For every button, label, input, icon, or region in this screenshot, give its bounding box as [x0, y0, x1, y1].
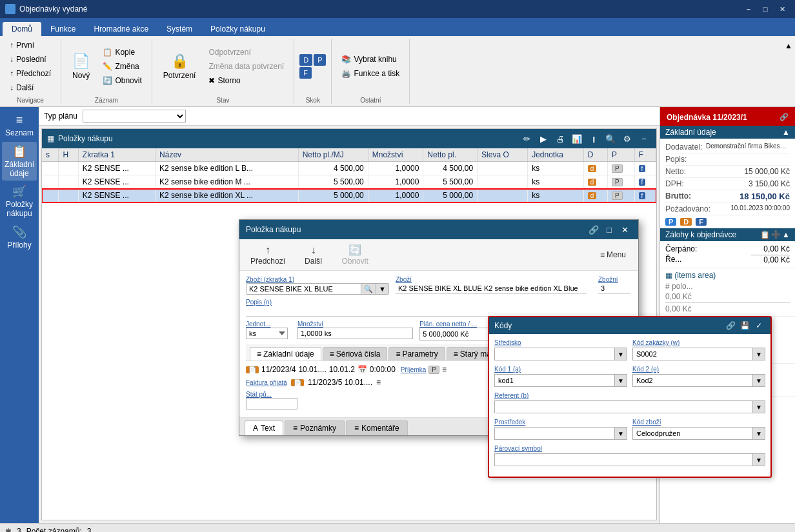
- stat-pu-input[interactable]: [246, 398, 297, 409]
- zbozni-input[interactable]: [598, 283, 630, 294]
- tab-parametry[interactable]: ≡ Parametry: [388, 347, 445, 360]
- kod2-input[interactable]: [633, 375, 752, 386]
- modal-tab-text[interactable]: A Text: [245, 420, 283, 435]
- filter-select[interactable]: [83, 110, 186, 123]
- modal-menu-btn[interactable]: ≡ Menu: [594, 247, 632, 262]
- parovaci-btn[interactable]: ▼: [752, 454, 765, 466]
- tab-system[interactable]: Systém: [157, 22, 201, 36]
- modal-next-btn[interactable]: ↓ Další: [300, 242, 327, 268]
- table-row-selected[interactable]: K2 SENSE ... K2 sense bike edition XL ..…: [42, 189, 656, 202]
- btn-skok-d[interactable]: D: [299, 54, 312, 66]
- btn-skok-f[interactable]: F: [299, 67, 312, 79]
- tab-polozky[interactable]: Položky nákupu: [201, 22, 274, 36]
- col-d: D: [583, 148, 607, 162]
- modal-toolbar: ↑ Předchozí ↓ Další 🔄 Obnovit ≡ Menu: [239, 239, 638, 271]
- zbozi-zkratka-label[interactable]: Zboží (zkratka 1): [246, 276, 389, 283]
- popis-input[interactable]: [246, 306, 632, 317]
- modal-tab-poznamky[interactable]: ≡ Poznámky: [285, 420, 345, 435]
- kod-zakazky-btn[interactable]: ▼: [752, 348, 765, 360]
- badge-p[interactable]: P: [665, 218, 676, 226]
- kod-zakazky-input[interactable]: [633, 348, 752, 360]
- close-button[interactable]: ✕: [774, 3, 790, 15]
- kod-zbozi-label[interactable]: Kód zboží: [632, 419, 765, 426]
- kod1-label[interactable]: Kód 1 (a): [494, 366, 627, 373]
- toolbar-run-btn[interactable]: ▶: [536, 132, 550, 146]
- btn-posledni[interactable]: ↓ Poslední: [5, 53, 55, 66]
- toolbar-cols-btn[interactable]: ⫿: [587, 132, 601, 146]
- kod-zbozi-btn[interactable]: ▼: [752, 428, 765, 439]
- zalohy-add-btn[interactable]: ➕: [771, 230, 781, 239]
- codes-expand-btn[interactable]: 🔗: [724, 320, 737, 331]
- toolbar-settings-btn[interactable]: ⚙: [620, 132, 634, 146]
- table-row[interactable]: K2 SENSE ... K2 sense bike edition M ...…: [42, 175, 656, 189]
- stredisko-btn[interactable]: ▼: [614, 348, 627, 360]
- sidebar-item-polozky[interactable]: 🛒 Položky nákupu: [2, 182, 37, 221]
- stredisko-input[interactable]: [495, 348, 614, 360]
- sidebar-item-zakladni[interactable]: 📋 Základní údaje: [2, 142, 37, 181]
- mnozstvi-input[interactable]: [301, 330, 410, 337]
- zbozi-input[interactable]: [247, 284, 361, 294]
- referent-label[interactable]: Referent (b): [494, 392, 765, 399]
- kod2-label[interactable]: Kód 2 (e): [632, 366, 765, 373]
- zbozi-row: Zboží (zkratka 1) 🔍 ▼ Zboží Zbožní: [246, 276, 632, 295]
- badge-d[interactable]: D: [680, 218, 692, 226]
- codes-save-btn[interactable]: 💾: [738, 320, 751, 331]
- badge-f[interactable]: F: [696, 218, 707, 226]
- prostredek-input[interactable]: [495, 428, 614, 439]
- stredisko-label[interactable]: Středisko: [494, 339, 627, 346]
- btn-novy[interactable]: 📄 Nový: [66, 50, 96, 83]
- kod-zbozi-input[interactable]: [633, 428, 752, 439]
- btn-kopie[interactable]: 📋 Kopie: [98, 46, 146, 59]
- kod2-btn[interactable]: ▼: [752, 375, 765, 386]
- sidebar-item-seznam[interactable]: ≡ Seznam: [2, 110, 37, 141]
- toolbar-filter-btn[interactable]: 🔍: [603, 132, 618, 146]
- tab-zakladni-udaje[interactable]: ≡ Základní údaje: [250, 347, 321, 360]
- ribbon-collapse-btn[interactable]: ▲: [782, 39, 795, 104]
- parovaci-input[interactable]: [495, 454, 752, 466]
- btn-funkce-tisk[interactable]: 🖨️ Funkce a tisk: [337, 67, 404, 80]
- btn-storno[interactable]: ✖ Storno: [204, 74, 288, 87]
- tab-funkce[interactable]: Funkce: [41, 22, 85, 36]
- zalohy-expand-btn[interactable]: ▲: [782, 230, 790, 239]
- toolbar-print-btn[interactable]: 🖨: [553, 132, 567, 146]
- modal-tab-komentare[interactable]: ≡ Komentáře: [346, 420, 408, 435]
- btn-dalsi[interactable]: ↓ Další: [5, 81, 55, 94]
- btn-predchozi[interactable]: ↑ Předchozí: [5, 67, 55, 80]
- modal-max-btn[interactable]: □: [602, 223, 616, 236]
- zbozi-full-input[interactable]: [396, 283, 587, 294]
- tab-domu[interactable]: Domů: [3, 22, 41, 36]
- tab-hromadne[interactable]: Hromadné akce: [85, 22, 157, 36]
- btn-zmena[interactable]: ✏️ Změna: [98, 60, 146, 73]
- prostredek-label[interactable]: Prostředek: [494, 419, 627, 426]
- codes-close-btn[interactable]: ✓: [752, 320, 765, 331]
- zbozi-search-btn[interactable]: 🔍: [361, 284, 376, 294]
- toolbar-collapse-btn[interactable]: −: [637, 132, 651, 146]
- kod1-input[interactable]: [495, 375, 614, 386]
- btn-vybrat-knihu[interactable]: 📚 Vybrat knihu: [337, 53, 404, 66]
- toolbar-chart-btn[interactable]: 📊: [570, 132, 584, 146]
- btn-prvni[interactable]: ↑ První: [5, 39, 55, 52]
- referent-input[interactable]: [495, 401, 752, 413]
- modal-close-btn[interactable]: ✕: [618, 223, 632, 236]
- referent-btn[interactable]: ▼: [752, 401, 765, 413]
- prostredek-btn[interactable]: ▼: [614, 428, 627, 439]
- btn-potvrzeni[interactable]: 🔒 Potvrzení: [157, 50, 202, 83]
- sidebar-item-prilohy[interactable]: 📎 Přílohy: [2, 222, 37, 253]
- parovaci-label[interactable]: Párovací symbol: [494, 445, 765, 452]
- modal-prev-btn[interactable]: ↑ Předchozí: [246, 242, 290, 268]
- zbozi-dropdown-btn[interactable]: ▼: [376, 284, 388, 294]
- btn-obnovit[interactable]: 🔄 Obnovit: [98, 74, 146, 87]
- kod-zakazky-label[interactable]: Kód zakázky (w): [632, 339, 765, 346]
- table-row[interactable]: K2 SENSE ... K2 sense bike edition L B..…: [42, 162, 656, 175]
- kod1-btn[interactable]: ▼: [614, 375, 627, 386]
- btn-skok-p[interactable]: P: [314, 54, 326, 66]
- tab-seriova-cisla[interactable]: ≡ Sériová čísla: [323, 347, 388, 360]
- zalohy-copy-btn[interactable]: 📋: [760, 230, 770, 239]
- jednotka-select[interactable]: ks: [246, 328, 288, 339]
- minimize-button[interactable]: −: [741, 3, 756, 15]
- modal-open-btn[interactable]: 🔗: [587, 223, 601, 236]
- toolbar-edit-btn[interactable]: ✏: [519, 132, 534, 146]
- right-panel-expand-btn[interactable]: 🔗: [780, 113, 789, 121]
- section-collapse-btn[interactable]: ▲: [782, 128, 790, 137]
- maximize-button[interactable]: □: [758, 3, 773, 15]
